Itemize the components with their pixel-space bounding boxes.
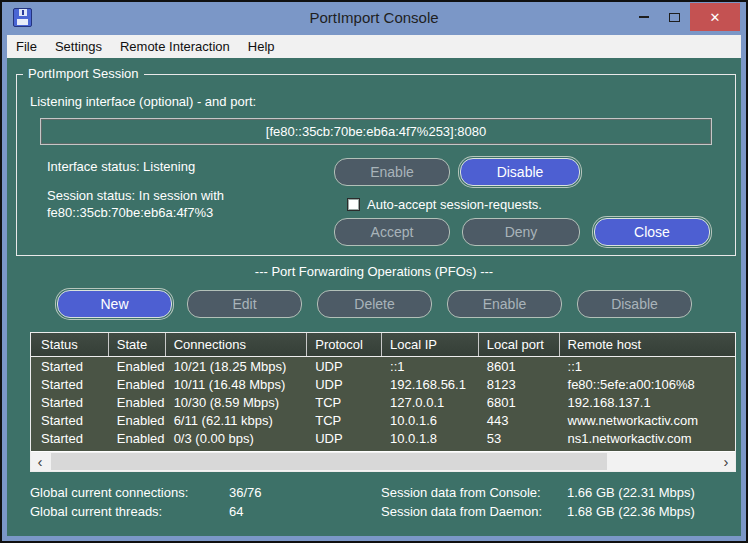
- cell-status: Started: [31, 357, 109, 375]
- session-data-stats: Session data from Console: 1.66 GB (22.3…: [381, 483, 695, 521]
- menu-bar: File Settings Remote Interaction Help: [7, 35, 741, 58]
- cell-connections: 6/11 (62.11 kbps): [166, 411, 308, 429]
- cell-state: Enabled: [109, 411, 166, 429]
- table-row[interactable]: Started Enabled 6/11 (62.11 kbps) TCP 10…: [31, 411, 735, 429]
- pfo-delete-button[interactable]: Delete: [317, 290, 432, 318]
- column-header-status[interactable]: Status: [31, 333, 109, 356]
- pfo-disable-button[interactable]: Disable: [577, 290, 692, 318]
- cell-local-ip: 192.168.56.1: [382, 375, 479, 393]
- cell-protocol: TCP: [307, 411, 382, 429]
- pfo-heading: --- Port Forwarding Operations (PFOs) --…: [7, 264, 741, 279]
- cell-connections: 10/30 (8.59 Mbps): [166, 393, 308, 411]
- cell-remote-host: ns1.networkactiv.com: [560, 429, 735, 447]
- auto-accept-checkbox[interactable]: [347, 198, 360, 211]
- scroll-left-icon[interactable]: ‹: [31, 452, 49, 471]
- enable-interface-button[interactable]: Enable: [334, 158, 450, 186]
- maximize-button[interactable]: [660, 6, 688, 28]
- column-header-protocol[interactable]: Protocol: [307, 333, 382, 356]
- cell-local-port: 443: [479, 411, 560, 429]
- table-row[interactable]: Started Enabled 10/11 (16.48 Mbps) UDP 1…: [31, 375, 735, 393]
- cell-remote-host: fe80::5efe:a00:106%8: [560, 375, 735, 393]
- pfo-edit-button[interactable]: Edit: [187, 290, 302, 318]
- cell-state: Enabled: [109, 375, 166, 393]
- cell-remote-host: www.networkactiv.com: [560, 411, 735, 429]
- cell-local-ip: 127.0.0.1: [382, 393, 479, 411]
- minimize-button[interactable]: [630, 6, 658, 28]
- maximize-icon: [669, 13, 680, 22]
- auto-accept-label: Auto-accept session-requests.: [367, 197, 542, 212]
- cell-local-ip: 10.0.1.6: [382, 411, 479, 429]
- session-status-text-line2: fe80::35cb:70be:eb6a:4f7%3: [47, 205, 213, 220]
- daemon-data-label: Session data from Daemon:: [381, 502, 567, 521]
- menu-remote-interaction[interactable]: Remote Interaction: [111, 35, 239, 58]
- cell-protocol: TCP: [307, 393, 382, 411]
- titlebar: PortImport Console ✕: [2, 2, 746, 34]
- column-header-local-ip[interactable]: Local IP: [382, 333, 479, 356]
- cell-status: Started: [31, 393, 109, 411]
- threads-value: 64: [229, 502, 262, 521]
- cell-protocol: UDP: [307, 357, 382, 375]
- cell-status: Started: [31, 375, 109, 393]
- connections-label: Global current connections:: [30, 483, 229, 502]
- cell-local-ip: ::1: [382, 357, 479, 375]
- threads-label: Global current threads:: [30, 502, 229, 521]
- cell-local-port: 53: [479, 429, 560, 447]
- table-row[interactable]: Started Enabled 0/3 (0.00 bps) UDP 10.0.…: [31, 429, 735, 447]
- column-header-connections[interactable]: Connections: [166, 333, 308, 356]
- close-icon: ✕: [710, 10, 721, 25]
- disable-interface-button[interactable]: Disable: [460, 158, 580, 186]
- auto-accept-row: Auto-accept session-requests.: [347, 197, 542, 212]
- cell-protocol: UDP: [307, 429, 382, 447]
- menu-help[interactable]: Help: [239, 35, 284, 58]
- cell-local-ip: 10.0.1.8: [382, 429, 479, 447]
- menu-file[interactable]: File: [7, 35, 46, 58]
- horizontal-scrollbar[interactable]: ‹ ›: [31, 451, 735, 471]
- table-row[interactable]: Started Enabled 10/30 (8.59 Mbps) TCP 12…: [31, 393, 735, 411]
- cell-state: Enabled: [109, 429, 166, 447]
- group-title: PortImport Session: [23, 66, 144, 81]
- pfo-enable-button[interactable]: Enable: [447, 290, 562, 318]
- cell-status: Started: [31, 429, 109, 447]
- cell-status: Started: [31, 411, 109, 429]
- cell-protocol: UDP: [307, 375, 382, 393]
- column-header-local-port[interactable]: Local port: [479, 333, 560, 356]
- cell-connections: 10/21 (18.25 Mbps): [166, 357, 308, 375]
- pfo-table: Status State Connections Protocol Local …: [30, 332, 736, 472]
- scroll-right-icon[interactable]: ›: [717, 452, 735, 471]
- cell-local-port: 8601: [479, 357, 560, 375]
- global-stats: Global current connections: 36/76 Global…: [30, 483, 262, 521]
- interface-status-text: Interface status: Listening: [47, 159, 195, 174]
- accept-session-button[interactable]: Accept: [334, 218, 450, 246]
- table-header-row: Status State Connections Protocol Local …: [31, 333, 735, 357]
- table-row[interactable]: Started Enabled 10/21 (18.25 Mbps) UDP :…: [31, 357, 735, 375]
- cell-local-port: 6801: [479, 393, 560, 411]
- cell-remote-host: ::1: [560, 357, 735, 375]
- listening-interface-input[interactable]: [40, 118, 712, 145]
- connections-value: 36/76: [229, 483, 262, 502]
- minimize-icon: [639, 16, 649, 18]
- app-window: PortImport Console ✕ File Settings Remot…: [0, 0, 748, 543]
- column-header-remote-host[interactable]: Remote host: [560, 333, 735, 356]
- cell-state: Enabled: [109, 357, 166, 375]
- console-data-label: Session data from Console:: [381, 483, 567, 502]
- close-session-button[interactable]: Close: [594, 218, 710, 246]
- session-status-text-line1: Session status: In session with: [47, 188, 224, 203]
- column-header-state[interactable]: State: [109, 333, 166, 356]
- client-area: PortImport Session Listening interface (…: [7, 58, 741, 536]
- menu-settings[interactable]: Settings: [46, 35, 111, 58]
- cell-local-port: 8123: [479, 375, 560, 393]
- cell-state: Enabled: [109, 393, 166, 411]
- console-data-value: 1.66 GB (22.31 Mbps): [567, 483, 695, 502]
- cell-connections: 10/11 (16.48 Mbps): [166, 375, 308, 393]
- pfo-new-button[interactable]: New: [57, 290, 172, 318]
- close-window-button[interactable]: ✕: [690, 3, 740, 31]
- cell-remote-host: 192.168.137.1: [560, 393, 735, 411]
- cell-connections: 0/3 (0.00 bps): [166, 429, 308, 447]
- scrollbar-thumb[interactable]: [51, 453, 607, 470]
- listening-interface-label: Listening interface (optional) - and por…: [30, 94, 256, 109]
- daemon-data-value: 1.68 GB (22.36 Mbps): [567, 502, 695, 521]
- deny-session-button[interactable]: Deny: [462, 218, 580, 246]
